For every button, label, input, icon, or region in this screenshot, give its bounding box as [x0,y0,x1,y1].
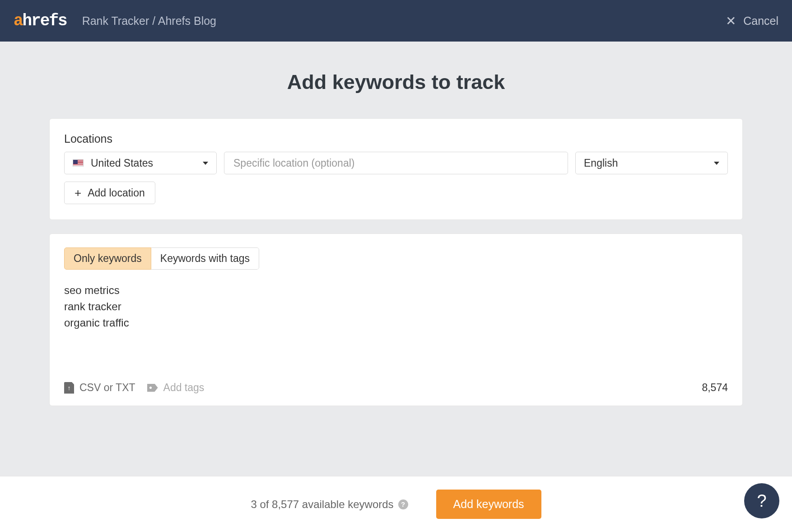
keyword-line: seo metrics [64,282,728,299]
tag-icon [147,384,158,392]
remaining-counter: 8,574 [702,382,728,394]
help-icon[interactable]: ? [398,499,408,509]
keywords-panel-footer: CSV or TXT Add tags 8,574 [64,382,728,394]
csv-txt-label: CSV or TXT [79,382,135,394]
app-header: ahrefs Rank Tracker / Ahrefs Blog ✕ Canc… [0,0,792,42]
add-keywords-button[interactable]: Add keywords [436,490,541,519]
locations-panel: Locations United States English + Add lo… [49,118,743,220]
add-tags-button[interactable]: Add tags [147,382,205,394]
keywords-textarea[interactable]: seo metrics rank tracker organic traffic [64,282,728,377]
page-title: Add keywords to track [0,70,792,94]
country-select[interactable]: United States [64,152,217,174]
keywords-panel: Only keywords Keywords with tags seo met… [49,233,743,406]
add-location-button[interactable]: + Add location [64,182,155,204]
ahrefs-logo: ahrefs [14,12,67,30]
available-keywords-text: 3 of 8,577 available keywords ? [251,498,408,511]
cancel-button[interactable]: ✕ Cancel [726,14,778,28]
logo-rest: hrefs [23,12,67,30]
add-location-label: Add location [88,187,145,199]
breadcrumb[interactable]: Rank Tracker / Ahrefs Blog [82,14,216,28]
country-value: United States [91,157,153,169]
specific-location-input[interactable] [224,152,568,174]
logo-letter-a: a [14,12,23,30]
plus-icon: + [75,186,81,200]
upload-file-icon [64,382,74,394]
question-icon: ? [757,491,766,511]
available-label: 3 of 8,577 available keywords [251,498,393,511]
language-select[interactable]: English [575,152,728,174]
cancel-label: Cancel [743,14,778,28]
language-value: English [584,157,618,169]
us-flag-icon [73,159,84,167]
location-row: United States English [64,152,728,174]
help-fab-button[interactable]: ? [744,483,779,518]
tab-keywords-with-tags[interactable]: Keywords with tags [151,247,259,270]
bottom-bar: 3 of 8,577 available keywords ? Add keyw… [0,476,792,532]
tab-only-keywords[interactable]: Only keywords [64,247,151,270]
add-tags-label: Add tags [163,382,205,394]
keyword-mode-tabs: Only keywords Keywords with tags [64,247,259,270]
chevron-down-icon [203,162,208,165]
keyword-line: rank tracker [64,299,728,315]
close-icon: ✕ [726,14,736,28]
chevron-down-icon [714,162,719,165]
locations-label: Locations [64,132,728,145]
keyword-line: organic traffic [64,315,728,331]
upload-csv-button[interactable]: CSV or TXT [64,382,135,394]
